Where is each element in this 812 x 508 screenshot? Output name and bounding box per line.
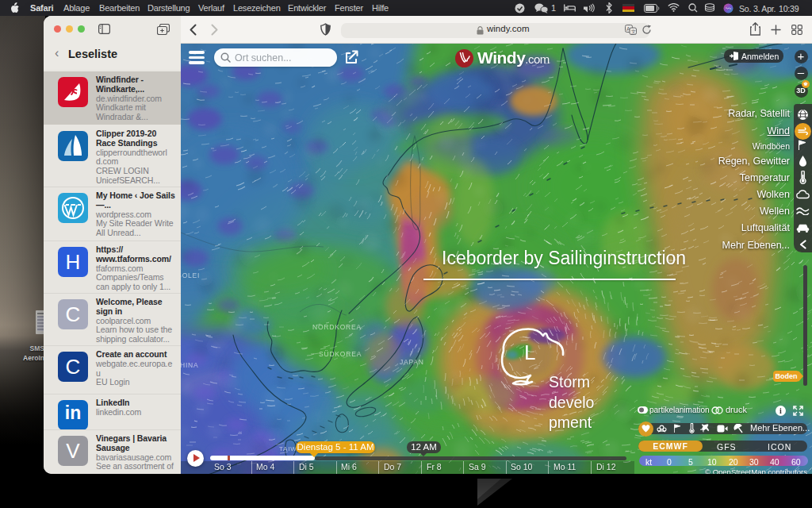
svg-text:文: 文 (631, 29, 636, 34)
svg-text:NORDKOREA: NORDKOREA (312, 323, 362, 331)
svg-text:JAPAN: JAPAN (400, 358, 424, 366)
svg-text:L: L (524, 341, 535, 364)
svg-text:MONGOLEI: MONGOLEI (181, 271, 200, 279)
svg-text:SÜDKOREA: SÜDKOREA (319, 350, 362, 358)
svg-text:CHINA: CHINA (181, 361, 198, 369)
